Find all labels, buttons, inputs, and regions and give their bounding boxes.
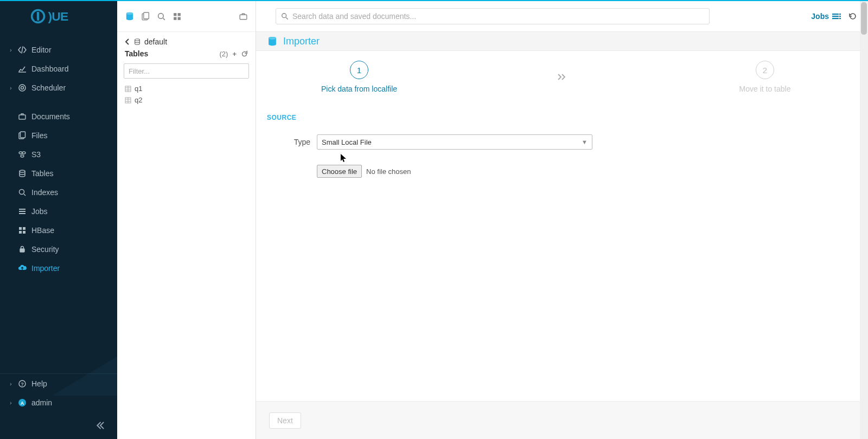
tables-list: q1 q2 — [117, 82, 256, 107]
svg-point-24 — [126, 12, 133, 15]
history-button[interactable] — [848, 12, 857, 21]
assist-tab-files[interactable] — [141, 12, 150, 21]
svg-rect-30 — [174, 17, 176, 20]
svg-rect-37 — [832, 14, 839, 15]
sidebar-item-label: Security — [31, 245, 59, 254]
svg-rect-16 — [19, 231, 22, 234]
svg-point-27 — [158, 13, 164, 18]
sidebar-item-files[interactable]: Files — [0, 126, 117, 145]
choose-file-button[interactable]: Choose file — [317, 165, 362, 178]
form-row-type: Type Small Local File ▼ — [256, 131, 868, 153]
code-icon — [17, 46, 27, 54]
sidebar-item-dashboard[interactable]: Dashboard — [0, 59, 117, 78]
sidebar-item-help[interactable]: › ? Help — [0, 374, 117, 393]
chevron-left-icon[interactable] — [125, 38, 130, 45]
cloud-upload-icon — [17, 264, 27, 273]
svg-rect-40 — [839, 14, 841, 15]
page-header: Importer — [256, 31, 868, 51]
db-icon — [267, 36, 278, 47]
sidebar-item-documents[interactable]: Documents — [0, 107, 117, 126]
s3-icon — [17, 150, 27, 159]
sidebar-item-label: Jobs — [31, 207, 48, 216]
tables-filter-input[interactable] — [124, 63, 249, 79]
vertical-scrollbar[interactable] — [860, 1, 868, 439]
brand-logo[interactable]: )UE — [0, 1, 117, 31]
chevron-right-icon: › — [10, 380, 15, 387]
history-icon — [848, 12, 857, 21]
svg-point-36 — [282, 14, 286, 18]
step-label: Pick data from localfile — [321, 85, 397, 93]
wizard-steps: 1 Pick data from localfile 2 Move it to … — [256, 51, 868, 98]
chevron-double-left-icon — [95, 421, 105, 430]
svg-rect-29 — [178, 13, 181, 16]
sidebar-item-editor[interactable]: › Editor — [0, 40, 117, 59]
svg-rect-38 — [832, 16, 839, 17]
sidebar-item-hbase[interactable]: HBase — [0, 221, 117, 240]
sidebar-item-label: admin — [31, 398, 52, 407]
svg-point-11 — [21, 155, 24, 157]
db-icon — [133, 38, 141, 46]
search-icon — [281, 12, 289, 20]
sidebar-bottom: › ? Help › A admin — [0, 373, 117, 439]
sidebar-item-security[interactable]: Security — [0, 240, 117, 259]
add-table-button[interactable]: + — [232, 50, 237, 58]
sidebar-item-label: Tables — [31, 169, 53, 178]
jobs-link-label: Jobs — [811, 12, 829, 21]
assist-panel: default Tables (2) + q1 q2 — [117, 1, 256, 439]
wizard-step-1[interactable]: 1 Pick data from localfile — [289, 61, 430, 93]
list-icon — [17, 207, 27, 216]
sidebar-item-label: Editor — [31, 46, 52, 54]
assist-toolbar — [117, 1, 256, 31]
grid-icon — [17, 226, 27, 235]
jobs-icon — [832, 13, 841, 20]
assist-tab-documents[interactable] — [239, 12, 248, 21]
sidebar-collapse-button[interactable] — [0, 412, 117, 439]
svg-point-33 — [135, 39, 140, 41]
refresh-tables-button[interactable] — [241, 50, 248, 57]
global-search-input[interactable] — [276, 8, 710, 24]
next-button[interactable]: Next — [269, 412, 301, 429]
svg-point-13 — [20, 189, 24, 194]
assist-tab-db[interactable] — [125, 11, 135, 21]
lock-icon — [17, 245, 27, 254]
svg-rect-8 — [21, 132, 25, 138]
sidebar-item-jobs[interactable]: Jobs — [0, 202, 117, 221]
svg-text:?: ? — [21, 381, 24, 386]
svg-point-10 — [22, 152, 25, 154]
assist-tab-search[interactable] — [157, 12, 166, 21]
svg-rect-6 — [19, 115, 25, 119]
sidebar-item-scheduler[interactable]: › Scheduler — [0, 78, 117, 97]
search-plus-icon — [17, 188, 27, 197]
sidebar-item-importer[interactable]: Importer — [0, 259, 117, 277]
svg-rect-31 — [178, 17, 181, 20]
table-item[interactable]: q1 — [124, 83, 249, 94]
sidebar-item-s3[interactable]: S3 — [0, 145, 117, 164]
type-select-value: Small Local File — [322, 138, 372, 146]
svg-rect-26 — [144, 12, 149, 19]
wizard-step-2: 2 Move it to table — [694, 61, 835, 93]
assist-breadcrumb[interactable]: default — [124, 35, 249, 48]
svg-point-4 — [19, 85, 25, 91]
sidebar-item-user[interactable]: › A admin — [0, 393, 117, 412]
type-select[interactable]: Small Local File ▼ — [317, 134, 592, 150]
svg-point-9 — [19, 152, 22, 154]
search-icon — [157, 12, 166, 21]
top-accent-bar — [0, 0, 868, 1]
type-label: Type — [267, 138, 317, 146]
tables-count: (2) — [220, 50, 228, 58]
sidebar-item-indexes[interactable]: Indexes — [0, 183, 117, 202]
schedule-icon — [17, 83, 27, 92]
form-row-file: Choose file No file chosen — [256, 153, 868, 178]
svg-point-12 — [20, 170, 25, 172]
jobs-link[interactable]: Jobs — [811, 12, 841, 21]
left-sidebar: )UE › Editor Dashboard › Scheduler — [0, 1, 117, 439]
sidebar-item-label: Dashboard — [31, 64, 69, 73]
sidebar-item-tables[interactable]: Tables — [0, 164, 117, 183]
table-item[interactable]: q2 — [124, 94, 249, 106]
assist-tab-apps[interactable] — [173, 12, 182, 21]
sidebar-item-label: S3 — [31, 150, 41, 159]
svg-rect-39 — [832, 18, 839, 19]
caret-down-icon: ▼ — [582, 139, 588, 145]
scrollbar-thumb[interactable] — [861, 2, 867, 35]
file-chosen-text: No file chosen — [366, 167, 411, 176]
